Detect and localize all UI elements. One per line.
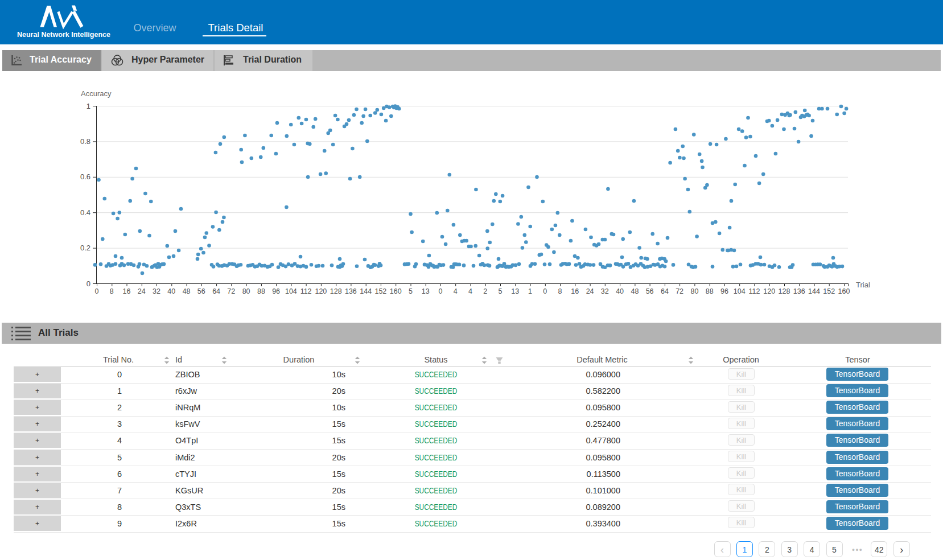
- svg-text:160: 160: [838, 287, 850, 295]
- svg-text:5: 5: [499, 287, 503, 295]
- svg-text:13: 13: [511, 287, 519, 295]
- svg-text:0.4: 0.4: [80, 208, 90, 217]
- svg-text:8: 8: [558, 287, 562, 295]
- svg-text:32: 32: [153, 287, 160, 295]
- svg-text:96: 96: [720, 287, 728, 295]
- svg-text:24: 24: [138, 287, 146, 295]
- svg-text:136: 136: [793, 287, 805, 295]
- svg-text:88: 88: [257, 287, 265, 295]
- svg-text:0: 0: [87, 279, 90, 288]
- svg-text:0.8: 0.8: [80, 137, 90, 146]
- svg-text:48: 48: [631, 287, 639, 295]
- svg-text:88: 88: [706, 287, 714, 295]
- svg-text:64: 64: [212, 287, 220, 295]
- svg-text:128: 128: [779, 287, 790, 295]
- svg-text:144: 144: [808, 287, 820, 295]
- svg-text:24: 24: [586, 287, 594, 295]
- svg-text:80: 80: [242, 287, 250, 295]
- svg-text:0.6: 0.6: [80, 172, 90, 181]
- svg-text:152: 152: [374, 287, 386, 295]
- svg-text:104: 104: [285, 287, 297, 295]
- svg-text:Trial: Trial: [856, 281, 870, 289]
- svg-text:64: 64: [661, 287, 669, 295]
- svg-text:32: 32: [601, 287, 609, 295]
- svg-text:2: 2: [483, 287, 487, 295]
- svg-text:120: 120: [315, 287, 327, 295]
- svg-text:0: 0: [543, 287, 547, 295]
- svg-text:8: 8: [110, 287, 114, 295]
- svg-text:80: 80: [690, 287, 698, 295]
- svg-text:120: 120: [763, 287, 775, 295]
- svg-text:112: 112: [300, 287, 312, 295]
- svg-text:13: 13: [422, 287, 430, 295]
- svg-text:48: 48: [183, 287, 191, 295]
- svg-text:4: 4: [454, 287, 458, 295]
- svg-text:1: 1: [528, 287, 532, 295]
- svg-text:0: 0: [439, 287, 443, 295]
- svg-text:144: 144: [360, 287, 372, 295]
- svg-text:16: 16: [123, 287, 131, 295]
- svg-text:72: 72: [676, 287, 683, 295]
- svg-text:104: 104: [734, 287, 746, 295]
- svg-text:0: 0: [95, 287, 99, 295]
- svg-text:136: 136: [345, 287, 357, 295]
- svg-text:40: 40: [167, 287, 175, 295]
- svg-text:Accuracy: Accuracy: [81, 89, 112, 98]
- svg-text:5: 5: [409, 287, 413, 295]
- svg-text:40: 40: [616, 287, 624, 295]
- svg-text:16: 16: [571, 287, 579, 295]
- svg-text:4: 4: [468, 287, 472, 295]
- svg-text:160: 160: [390, 287, 402, 295]
- svg-text:96: 96: [272, 287, 280, 295]
- svg-text:1: 1: [87, 102, 90, 110]
- svg-text:56: 56: [197, 287, 205, 295]
- svg-text:128: 128: [330, 287, 342, 295]
- svg-text:112: 112: [748, 287, 760, 295]
- svg-text:0.2: 0.2: [80, 244, 90, 252]
- svg-text:56: 56: [646, 287, 654, 295]
- svg-text:72: 72: [227, 287, 235, 295]
- svg-text:152: 152: [823, 287, 835, 295]
